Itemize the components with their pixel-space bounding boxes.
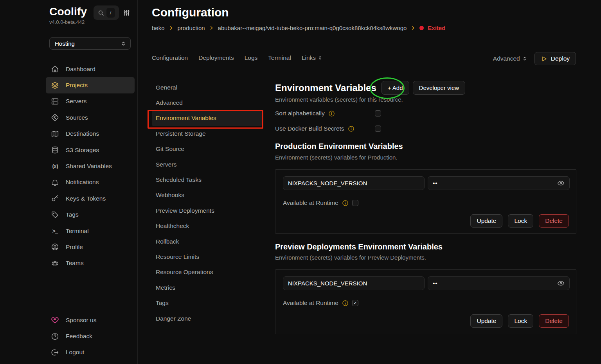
sidebar-item-shared-variables[interactable]: (x) Shared Variables bbox=[46, 158, 135, 174]
eye-icon[interactable] bbox=[557, 179, 565, 187]
sidebar-item-profile[interactable]: Profile bbox=[46, 239, 135, 255]
variable-name-input[interactable] bbox=[283, 176, 425, 190]
chevron-right-icon bbox=[169, 25, 174, 30]
sidebar-item-label: Logout bbox=[66, 349, 84, 356]
production-section-title: Production Environment Variables bbox=[275, 142, 403, 151]
tab-deployments[interactable]: Deployments bbox=[198, 54, 234, 61]
subnav-healthcheck[interactable]: Healthcheck bbox=[152, 219, 262, 234]
sidebar-item-label: Terminal bbox=[66, 228, 89, 235]
bell-icon bbox=[51, 178, 59, 186]
variable-value-input[interactable]: •• bbox=[428, 176, 570, 190]
subnav-general[interactable]: General bbox=[152, 80, 262, 95]
sidebar-item-sources[interactable]: Sources bbox=[46, 109, 135, 126]
git-source-icon bbox=[51, 113, 59, 122]
sidebar-footer-nav: Sponsor us Feedback Logout bbox=[46, 312, 135, 360]
tab-logs[interactable]: Logs bbox=[245, 54, 258, 61]
add-variable-button[interactable]: + Add bbox=[381, 81, 409, 95]
sidebar-item-destinations[interactable]: Destinations bbox=[46, 126, 135, 142]
section-description: Environment variables (secrets) for this… bbox=[275, 96, 403, 103]
subnav-environment-variables[interactable]: Environment Variables bbox=[152, 111, 262, 126]
sidebar-item-label: Feedback bbox=[66, 333, 92, 340]
layers-icon bbox=[51, 81, 59, 90]
subnav-advanced[interactable]: Advanced bbox=[152, 95, 262, 110]
sidebar-item-projects[interactable]: Projects bbox=[46, 77, 135, 93]
subnav-tags[interactable]: Tags bbox=[152, 295, 262, 310]
preview-section-title: Preview Deployments Environment Variable… bbox=[275, 242, 443, 251]
sidebar-item-label: Sponsor us bbox=[66, 317, 96, 324]
lock-button[interactable]: Lock bbox=[508, 214, 533, 228]
sidebar-item-label: Servers bbox=[66, 98, 86, 105]
info-icon bbox=[348, 126, 354, 132]
workspace-select-value: Hosting bbox=[55, 40, 75, 47]
subnav-persistent-storage[interactable]: Persistent Storage bbox=[152, 126, 262, 141]
chevron-up-down-icon bbox=[121, 41, 126, 47]
user-circle-icon bbox=[51, 243, 59, 251]
sidebar-item-teams[interactable]: Teams bbox=[46, 255, 135, 271]
option-label: Use Docker Build Secrets bbox=[275, 125, 344, 132]
variable-name-input[interactable] bbox=[283, 276, 425, 290]
sidebar-item-tags[interactable]: Tags bbox=[46, 207, 135, 223]
runtime-checkbox[interactable]: ✓ bbox=[352, 200, 358, 206]
masked-value: •• bbox=[433, 180, 438, 186]
docker-build-secrets-checkbox[interactable]: ✓ bbox=[375, 126, 381, 132]
variable-value-input[interactable]: •• bbox=[428, 276, 570, 290]
runtime-label: Available at Runtime bbox=[283, 199, 338, 206]
sidebar-item-s3-storages[interactable]: S3 Storages bbox=[46, 142, 135, 158]
page-title: Configuration bbox=[152, 6, 229, 19]
delete-button[interactable]: Delete bbox=[539, 314, 569, 328]
variable-icon: (x) bbox=[51, 162, 59, 170]
sidebar-item-keys-tokens[interactable]: Keys & Tokens bbox=[46, 190, 135, 206]
variable-actions: Update Lock Delete bbox=[470, 214, 569, 228]
database-icon bbox=[51, 146, 59, 154]
map-icon bbox=[51, 130, 59, 138]
sidebar-item-label: Profile bbox=[66, 244, 83, 251]
preview-section-description: Environment (secrets) variables for Prev… bbox=[275, 254, 426, 261]
sidebar-item-label: Projects bbox=[66, 82, 88, 89]
search-icon bbox=[98, 10, 104, 16]
subnav-webhooks[interactable]: Webhooks bbox=[152, 188, 262, 203]
runtime-checkbox[interactable]: ✓ bbox=[352, 300, 358, 306]
available-at-runtime-row: Available at Runtime ✓ bbox=[283, 299, 358, 307]
subnav-preview-deployments[interactable]: Preview Deployments bbox=[152, 203, 262, 218]
developer-view-button[interactable]: Developer view bbox=[413, 81, 466, 95]
subnav-danger-zone[interactable]: Danger Zone bbox=[152, 311, 262, 326]
sidebar-nav: Dashboard Projects Servers Sources Desti… bbox=[46, 61, 135, 271]
subnav-scheduled-tasks[interactable]: Scheduled Tasks bbox=[152, 172, 262, 187]
sidebar-item-terminal[interactable]: >_ Terminal bbox=[46, 223, 135, 239]
house-icon bbox=[51, 65, 59, 73]
chevron-right-icon bbox=[209, 25, 214, 30]
sidebar-item-feedback[interactable]: Feedback bbox=[46, 328, 135, 344]
search-shortcut-key: / bbox=[106, 8, 115, 18]
subnav-resource-operations[interactable]: Resource Operations bbox=[152, 265, 262, 280]
sidebar-item-dashboard[interactable]: Dashboard bbox=[46, 61, 135, 77]
sidebar-item-notifications[interactable]: Notifications bbox=[46, 174, 135, 190]
breadcrumb-environment[interactable]: production bbox=[178, 25, 205, 31]
subnav-metrics[interactable]: Metrics bbox=[152, 280, 262, 295]
delete-button[interactable]: Delete bbox=[539, 214, 569, 228]
subnav-resource-limits[interactable]: Resource Limits bbox=[152, 249, 262, 264]
sidebar-item-label: Teams bbox=[66, 260, 84, 267]
subnav-rollback[interactable]: Rollback bbox=[152, 234, 262, 249]
info-icon bbox=[342, 200, 349, 206]
app-version: v4.0.0-beta.442 bbox=[49, 19, 85, 25]
update-button[interactable]: Update bbox=[470, 314, 502, 328]
team-icon bbox=[51, 259, 59, 267]
subnav-git-source[interactable]: Git Source bbox=[152, 142, 262, 157]
sidebar-item-servers[interactable]: Servers bbox=[46, 93, 135, 109]
sort-alphabetically-checkbox[interactable]: ✓ bbox=[375, 110, 381, 117]
subnav-servers[interactable]: Servers bbox=[152, 157, 262, 172]
sidebar-item-logout[interactable]: Logout bbox=[46, 344, 135, 360]
search-button[interactable]: / bbox=[94, 5, 119, 20]
settings-sliders-icon[interactable] bbox=[123, 9, 130, 16]
workspace-select[interactable]: Hosting bbox=[49, 37, 131, 50]
tab-configuration[interactable]: Configuration bbox=[152, 54, 188, 61]
production-section-description: Environment (secrets) variables for Prod… bbox=[275, 154, 398, 161]
available-at-runtime-row: Available at Runtime ✓ bbox=[283, 199, 358, 207]
eye-icon[interactable] bbox=[557, 280, 565, 287]
sidebar-item-sponsor[interactable]: Sponsor us bbox=[46, 312, 135, 328]
breadcrumb-project[interactable]: beko bbox=[152, 25, 165, 31]
server-icon bbox=[51, 97, 59, 106]
lock-button[interactable]: Lock bbox=[508, 314, 533, 328]
app-logo[interactable]: Coolify bbox=[49, 5, 87, 18]
update-button[interactable]: Update bbox=[470, 214, 502, 228]
